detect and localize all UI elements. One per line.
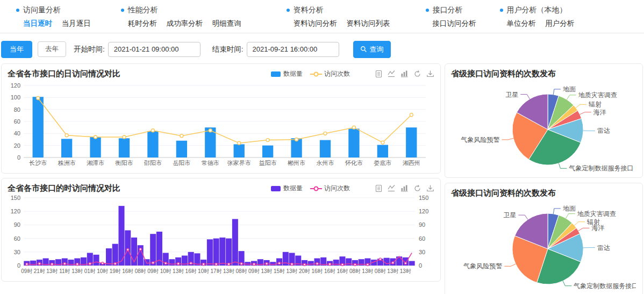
nav-group-visits: 访问量分析 当日逐时 当月逐日 xyxy=(16,5,98,33)
svg-text:08时: 08时 xyxy=(349,268,361,274)
svg-text:卫星: 卫星 xyxy=(505,91,518,98)
svg-text:株洲市: 株洲市 xyxy=(58,160,76,166)
svg-text:08时: 08时 xyxy=(135,268,146,274)
svg-text:08时: 08时 xyxy=(375,268,386,274)
bar-chart-icon[interactable] xyxy=(400,184,409,192)
svg-text:100: 100 xyxy=(11,94,20,101)
restore-icon[interactable] xyxy=(413,70,421,78)
svg-text:90: 90 xyxy=(419,221,425,228)
this-year-button[interactable]: 当年 xyxy=(1,41,32,58)
pie-chart-top[interactable]: 地面地质灾害调查辐射海洋雷达气象定制数据服务接口气象风险预警卫星 xyxy=(451,79,636,174)
nav-item-unit-analysis[interactable]: 单位分析 xyxy=(507,19,536,27)
svg-text:16时: 16时 xyxy=(324,268,335,274)
svg-text:雷达: 雷达 xyxy=(597,127,610,134)
svg-text:13时: 13时 xyxy=(387,268,398,274)
daily-combo-chart[interactable]: 020406080100120长沙市株洲市湘潭市衡阳市邵阳市岳阳市常德市张家界市… xyxy=(8,79,434,169)
svg-text:地质灾害调查: 地质灾害调查 xyxy=(577,210,616,218)
svg-text:海洋: 海洋 xyxy=(591,224,604,232)
hourly-chart-card: 全省各市接口的时访问情况对比 数据量 访问次数 xyxy=(1,178,441,282)
svg-text:湘西州: 湘西州 xyxy=(403,160,420,166)
svg-text:150: 150 xyxy=(11,195,20,201)
legend-swatch xyxy=(271,186,281,191)
svg-text:郴州市: 郴州市 xyxy=(288,160,305,166)
nav-group-title: 资料分析 xyxy=(294,5,324,15)
svg-text:60: 60 xyxy=(14,118,20,125)
download-icon[interactable] xyxy=(426,184,434,192)
svg-text:海洋: 海洋 xyxy=(593,109,606,116)
nav-item-success-rate[interactable]: 成功率分析 xyxy=(167,19,203,27)
nav-item-daily-month[interactable]: 当月逐日 xyxy=(62,19,91,27)
svg-text:16时: 16时 xyxy=(337,268,348,274)
bar-chart-icon[interactable] xyxy=(400,70,409,78)
bullet-icon xyxy=(287,9,290,12)
nav-group-title: 接口分析 xyxy=(433,5,463,15)
legend-line-marker xyxy=(310,185,322,192)
svg-text:13时: 13时 xyxy=(261,268,273,274)
restore-icon[interactable] xyxy=(413,184,421,192)
chart-legend: 数据量 访问次数 xyxy=(270,184,350,193)
nav-item-hourly-today[interactable]: 当日逐时 xyxy=(23,19,52,27)
search-button[interactable]: 查询 xyxy=(353,41,391,58)
svg-text:19时: 19时 xyxy=(110,268,121,274)
pie-chart-bottom[interactable]: 地面地质灾害调查辐射海洋雷达气象定制数据服务接口气象风险预警卫星 xyxy=(451,198,636,293)
svg-text:10时: 10时 xyxy=(198,268,209,274)
svg-text:120: 120 xyxy=(419,208,428,214)
start-time-input[interactable] xyxy=(108,42,201,57)
chart-title: 全省各市接口的日访问情况对比 xyxy=(8,69,270,79)
chart-title: 省级接口访问资料的次数发布 xyxy=(451,188,636,198)
nav-item-time-cost[interactable]: 耗时分析 xyxy=(128,19,157,27)
legend-line-marker xyxy=(310,71,322,77)
nav-item-data-access-analysis[interactable]: 资料访问分析 xyxy=(294,19,337,27)
svg-text:30: 30 xyxy=(419,249,425,255)
nav-item-interface-access-analysis[interactable]: 接口访问分析 xyxy=(433,19,476,27)
data-view-icon[interactable] xyxy=(375,184,383,192)
nav-item-user-analysis[interactable]: 用户分析 xyxy=(545,19,574,27)
daily-chart-card: 全省各市接口的日访问情况对比 数据量 访问次数 xyxy=(1,63,441,174)
bullet-icon xyxy=(426,9,429,12)
legend-visit-count[interactable]: 访问次数 xyxy=(310,184,350,193)
svg-text:湘潭市: 湘潭市 xyxy=(87,160,104,166)
svg-text:16时: 16时 xyxy=(311,268,323,274)
svg-text:地面: 地面 xyxy=(563,85,576,93)
svg-text:衡阳市: 衡阳市 xyxy=(115,160,133,166)
svg-text:120: 120 xyxy=(11,82,20,89)
nav-group-title: 用户分析（本地） xyxy=(507,5,567,15)
svg-text:80: 80 xyxy=(14,106,20,113)
svg-text:60: 60 xyxy=(14,235,20,242)
legend-data-volume[interactable]: 数据量 xyxy=(270,184,303,193)
nav-item-data-access-list[interactable]: 资料访问列表 xyxy=(347,19,390,27)
svg-text:13时: 13时 xyxy=(223,268,234,274)
svg-text:17时: 17时 xyxy=(211,268,222,274)
svg-text:长沙市: 长沙市 xyxy=(28,160,47,166)
hourly-combo-chart[interactable]: 0030306060909012012015015009时21时13时11时13… xyxy=(8,193,434,277)
svg-text:15时: 15时 xyxy=(274,268,285,274)
legend-visit-count[interactable]: 访问次数 xyxy=(310,69,350,78)
svg-text:常德市: 常德市 xyxy=(202,160,219,166)
svg-text:60: 60 xyxy=(419,235,425,242)
svg-text:13时: 13时 xyxy=(362,268,373,274)
svg-text:30: 30 xyxy=(14,249,20,255)
nav-group-users: 用户分析（本地） 单位分析 用户分析 xyxy=(500,5,582,33)
filter-toolbar: 当年 去年 开始时间: 结束时间: 查询 xyxy=(0,33,644,57)
bullet-icon xyxy=(500,9,503,12)
download-icon[interactable] xyxy=(426,70,434,78)
nav-group-title: 性能分析 xyxy=(128,5,158,15)
svg-text:13时: 13时 xyxy=(286,268,297,274)
svg-text:气象风险预警: 气象风险预警 xyxy=(460,136,499,144)
line-chart-icon[interactable] xyxy=(388,184,396,192)
legend-data-volume[interactable]: 数据量 xyxy=(270,69,303,78)
svg-text:邵阳市: 邵阳市 xyxy=(144,160,162,166)
nav-item-detail-query[interactable]: 明细查询 xyxy=(212,19,241,27)
svg-text:张家界市: 张家界市 xyxy=(227,160,251,166)
last-year-button[interactable]: 去年 xyxy=(38,41,66,57)
nav-group-title: 访问量分析 xyxy=(23,5,61,15)
end-time-input[interactable] xyxy=(247,42,339,57)
data-view-icon[interactable] xyxy=(375,70,383,78)
nav-group-performance: 性能分析 耗时分析 成功率分析 明细查询 xyxy=(121,5,249,33)
line-chart-icon[interactable] xyxy=(388,70,396,78)
svg-text:辐射: 辐射 xyxy=(588,101,602,108)
magnifier-icon xyxy=(360,46,367,53)
svg-text:10时: 10时 xyxy=(160,268,171,274)
svg-text:16时: 16时 xyxy=(122,268,133,274)
svg-text:0: 0 xyxy=(419,262,422,269)
